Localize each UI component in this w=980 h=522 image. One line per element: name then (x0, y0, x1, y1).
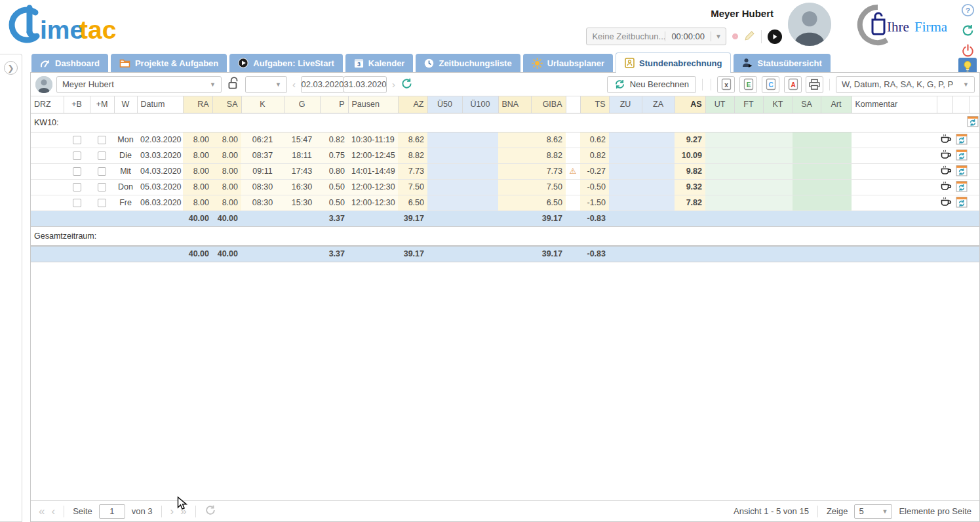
tab-aufgaben-livestart[interactable]: Aufgaben: LiveStart (229, 54, 343, 72)
cell-as: 9.32 (675, 179, 705, 195)
pdf-export-button[interactable]: A (784, 76, 802, 93)
coffee-break-icon[interactable] (940, 181, 952, 193)
tab-kalender[interactable]: 3Kalender (345, 54, 414, 72)
coffee-break-icon[interactable] (940, 197, 952, 209)
column-header-b[interactable]: +B (64, 96, 90, 113)
warning-icon[interactable]: ⚠ (570, 167, 577, 176)
column-header-ra[interactable]: RA (183, 96, 212, 113)
column-header-as[interactable]: AS (675, 96, 705, 113)
refresh-dates-icon[interactable] (401, 77, 413, 92)
row-checkbox[interactable] (73, 151, 81, 160)
cell-pausen: 14:01-14:49 (348, 163, 398, 179)
period-select[interactable]: ▼ (245, 76, 287, 93)
tracker-chevron-down-icon[interactable]: ▼ (711, 33, 726, 40)
prev-period-icon[interactable]: ‹ (291, 79, 297, 90)
cell-ut (705, 179, 734, 195)
summary-cell-ut (705, 211, 734, 226)
recalculate-button[interactable]: Neu Berechnen (607, 76, 696, 93)
summary-cell-art (821, 246, 852, 262)
column-header-ts[interactable]: TS (580, 96, 609, 113)
csv-export-button[interactable]: C (762, 76, 779, 93)
table-row: Mit04.03.20208.008.0009:1117:430.8014:01… (31, 163, 979, 179)
tab-urlaubsplaner[interactable]: Urlaubsplaner (523, 54, 613, 72)
record-stop-icon[interactable] (732, 33, 738, 39)
cell-za (642, 148, 675, 163)
edit-pencil-icon[interactable] (744, 30, 755, 43)
column-header-sa[interactable]: SA (212, 96, 241, 113)
calendar-sync-icon[interactable] (956, 149, 968, 163)
tab-statusübersicht[interactable]: Statusübersicht (734, 54, 830, 72)
cell-pausen: 12:00-12:30 (348, 179, 398, 195)
next-page-icon[interactable]: › (170, 506, 174, 517)
user-avatar[interactable] (788, 3, 831, 46)
e-export-button[interactable]: E (739, 76, 757, 93)
column-header-za[interactable]: ZA (642, 96, 675, 113)
row-checkbox[interactable] (98, 151, 106, 160)
column-header-az[interactable]: AZ (398, 96, 427, 113)
column-header-u50[interactable]: Ü50 (427, 96, 462, 113)
column-header-g[interactable]: G (284, 96, 320, 113)
column-header-kt[interactable]: KT (763, 96, 793, 113)
help-icon[interactable]: ? (961, 3, 975, 19)
company-word1: Ihre (887, 19, 909, 35)
row-checkbox[interactable] (73, 183, 81, 191)
time-tracker-box[interactable]: Keine Zeitbuchun... 00:00:00 ▼ (586, 28, 726, 45)
coffee-break-icon[interactable] (940, 134, 952, 146)
cell-k: 08:37 (241, 148, 284, 163)
calendar-sync-icon[interactable] (956, 180, 968, 194)
column-header-bna[interactable]: BNA (498, 96, 531, 113)
coffee-break-icon[interactable] (940, 165, 952, 177)
start-timer-button[interactable] (768, 30, 782, 44)
column-header-m[interactable]: +M (90, 96, 114, 113)
column-header-zu[interactable]: ZU (609, 96, 642, 113)
column-header-art[interactable]: Art (821, 96, 852, 113)
tracker-task-text: Keine Zeitbuchun... (587, 31, 665, 41)
cell-m (90, 195, 114, 211)
row-checkbox[interactable] (73, 167, 81, 176)
cell-g: 18:11 (284, 148, 320, 163)
tab-zeitbuchungsliste[interactable]: Zeitbuchungsliste (416, 54, 520, 72)
tab-stundenabrechnung[interactable]: Stundenabrechnung (616, 52, 731, 73)
row-checkbox[interactable] (98, 136, 106, 144)
column-header-ft[interactable]: FT (734, 96, 763, 113)
excel-export-button[interactable]: x (717, 76, 735, 93)
date-to-input[interactable]: 31.03.2020 (343, 76, 387, 93)
column-header-datum[interactable]: Datum (137, 96, 183, 113)
page-size-select[interactable]: 5 ▼ (854, 504, 892, 519)
sidebar-expand-button[interactable]: ❯ (4, 61, 18, 75)
column-header-ut[interactable]: UT (705, 96, 734, 113)
row-checkbox[interactable] (98, 167, 106, 176)
calendar-sync-icon[interactable] (956, 196, 968, 210)
prev-page-icon[interactable]: ‹ (51, 506, 55, 517)
columns-select[interactable]: W, Datum, RA, SA, K, G, P, P ▼ (836, 76, 975, 93)
date-from-input[interactable]: 02.03.2020 (301, 76, 344, 93)
column-header-kommentar[interactable]: Kommentar (852, 96, 937, 113)
next-period-icon[interactable]: › (391, 79, 397, 90)
page-number-input[interactable]: 1 (99, 504, 125, 519)
print-button[interactable] (806, 76, 823, 93)
column-header-giba[interactable]: GIBA (531, 96, 566, 113)
column-header-drz[interactable]: DRZ (31, 96, 64, 113)
tab-projekte-aufgaben[interactable]: Projekte & Aufgaben (111, 54, 227, 72)
last-page-icon[interactable]: » (180, 506, 186, 517)
column-header-sa2[interactable]: SA (793, 96, 821, 113)
calendar-sync-icon[interactable] (956, 165, 968, 178)
tab-dashboard[interactable]: Dashboard (31, 54, 108, 72)
row-checkbox[interactable] (73, 199, 81, 207)
column-header-pausen[interactable]: Pausen (348, 96, 398, 113)
column-header-w[interactable]: W (114, 96, 137, 113)
lock-open-icon[interactable] (227, 76, 239, 92)
row-checkbox[interactable] (98, 183, 106, 191)
user-select[interactable]: Meyer Hubert ▼ (56, 76, 222, 93)
column-header-p[interactable]: P (320, 96, 348, 113)
first-page-icon[interactable]: « (39, 506, 45, 517)
reload-page-icon[interactable] (205, 504, 216, 518)
calendar-sync-icon[interactable] (967, 115, 979, 129)
column-header-k[interactable]: K (241, 96, 284, 113)
calendar-sync-icon[interactable] (956, 133, 968, 147)
coffee-break-icon[interactable] (940, 150, 952, 161)
row-checkbox[interactable] (98, 199, 106, 207)
column-header-u100[interactable]: Ü100 (462, 96, 498, 113)
reload-icon[interactable] (961, 24, 975, 39)
row-checkbox[interactable] (73, 136, 81, 144)
